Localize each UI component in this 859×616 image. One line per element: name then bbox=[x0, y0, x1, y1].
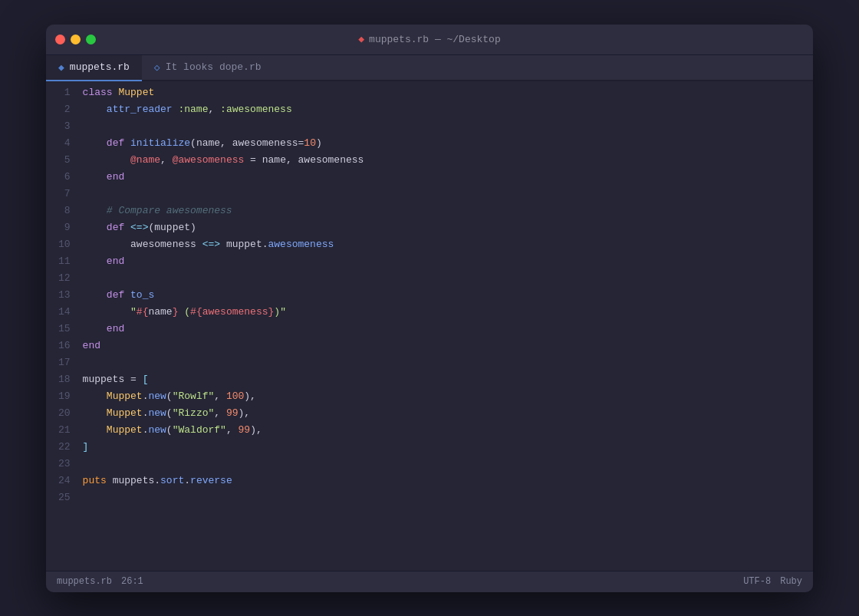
code-line-2: attr_reader :name, :awesomeness bbox=[83, 101, 813, 118]
line-num: 21 bbox=[46, 422, 80, 439]
line-num: 17 bbox=[46, 354, 80, 371]
close-button[interactable] bbox=[55, 35, 65, 44]
line-num: 2 bbox=[46, 101, 80, 118]
code-line-19: Muppet.new("Rowlf", 100), bbox=[83, 388, 813, 405]
code-line-20: Muppet.new("Rizzo", 99), bbox=[83, 405, 813, 422]
titlebar: ◆ muppets.rb — ~/Desktop bbox=[46, 25, 813, 55]
line-num: 9 bbox=[46, 219, 80, 236]
tab-icon: ◇ bbox=[154, 61, 160, 74]
code-line-4: def initialize(name, awesomeness=10) bbox=[83, 135, 813, 152]
line-num: 8 bbox=[46, 203, 80, 219]
code-line-12 bbox=[83, 270, 813, 287]
code-line-7 bbox=[83, 186, 813, 203]
minimize-button[interactable] bbox=[71, 35, 81, 44]
line-numbers: 1 2 3 4 5 6 7 8 9 10 11 12 13 14 15 16 1… bbox=[46, 81, 80, 571]
tab-it-looks-dope[interactable]: ◇ It looks dope.rb bbox=[142, 55, 274, 81]
status-right: UTF-8 Ruby bbox=[743, 576, 802, 587]
code-line-6: end bbox=[83, 169, 813, 186]
editor-area: 1 2 3 4 5 6 7 8 9 10 11 12 13 14 15 16 1… bbox=[46, 81, 813, 571]
code-line-11: end bbox=[83, 253, 813, 270]
line-num: 7 bbox=[46, 186, 80, 203]
line-num: 15 bbox=[46, 321, 80, 338]
tab-muppets-rb[interactable]: ◆ muppets.rb bbox=[46, 55, 142, 81]
line-num: 4 bbox=[46, 135, 80, 152]
code-line-25 bbox=[83, 489, 813, 506]
line-num: 25 bbox=[46, 489, 80, 506]
line-num: 5 bbox=[46, 152, 80, 169]
code-line-14: "#{name} (#{awesomeness})" bbox=[83, 304, 813, 321]
status-filename: muppets.rb bbox=[57, 576, 112, 587]
status-language: Ruby bbox=[780, 576, 802, 587]
line-num: 24 bbox=[46, 473, 80, 489]
tab-label: muppets.rb bbox=[70, 61, 130, 73]
line-num: 22 bbox=[46, 439, 80, 456]
line-num: 23 bbox=[46, 456, 80, 473]
code-line-1: class Muppet bbox=[83, 84, 813, 101]
code-line-17 bbox=[83, 354, 813, 371]
code-line-3 bbox=[83, 118, 813, 135]
code-content[interactable]: class Muppet attr_reader :name, :awesome… bbox=[80, 81, 813, 571]
tab-label: It looks dope.rb bbox=[166, 61, 262, 73]
code-line-9: def <=>(muppet) bbox=[83, 219, 813, 236]
line-num: 14 bbox=[46, 304, 80, 321]
code-line-8: # Compare awesomeness bbox=[83, 203, 813, 219]
line-num: 3 bbox=[46, 118, 80, 135]
line-num: 16 bbox=[46, 338, 80, 354]
window-title: ◆ muppets.rb — ~/Desktop bbox=[358, 33, 500, 45]
status-encoding: UTF-8 bbox=[743, 576, 771, 587]
file-icon: ◆ bbox=[358, 33, 364, 45]
code-line-5: @name, @awesomeness = name, awesomeness bbox=[83, 152, 813, 169]
code-line-22: ] bbox=[83, 439, 813, 456]
tab-bar: ◆ muppets.rb ◇ It looks dope.rb bbox=[46, 55, 813, 81]
line-num: 12 bbox=[46, 270, 80, 287]
line-num: 19 bbox=[46, 388, 80, 405]
statusbar: muppets.rb 26:1 UTF-8 Ruby bbox=[46, 571, 813, 592]
code-line-23 bbox=[83, 456, 813, 473]
code-line-13: def to_s bbox=[83, 287, 813, 304]
line-num: 20 bbox=[46, 405, 80, 422]
code-line-15: end bbox=[83, 321, 813, 338]
code-line-16: end bbox=[83, 338, 813, 354]
tab-icon: ◆ bbox=[58, 61, 64, 74]
status-cursor: 26:1 bbox=[121, 576, 143, 587]
line-num: 13 bbox=[46, 287, 80, 304]
line-num: 10 bbox=[46, 236, 80, 253]
status-left: muppets.rb 26:1 bbox=[57, 576, 143, 587]
code-line-21: Muppet.new("Waldorf", 99), bbox=[83, 422, 813, 439]
line-num: 6 bbox=[46, 169, 80, 186]
line-num: 11 bbox=[46, 253, 80, 270]
line-num: 1 bbox=[46, 84, 80, 101]
editor-window: ◆ muppets.rb — ~/Desktop ◆ muppets.rb ◇ … bbox=[46, 25, 813, 592]
code-line-24: puts muppets.sort.reverse bbox=[83, 473, 813, 489]
code-line-18: muppets = [ bbox=[83, 371, 813, 388]
traffic-lights bbox=[55, 35, 96, 44]
code-line-10: awesomeness <=> muppet.awesomeness bbox=[83, 236, 813, 253]
maximize-button[interactable] bbox=[86, 35, 96, 44]
line-num: 18 bbox=[46, 371, 80, 388]
